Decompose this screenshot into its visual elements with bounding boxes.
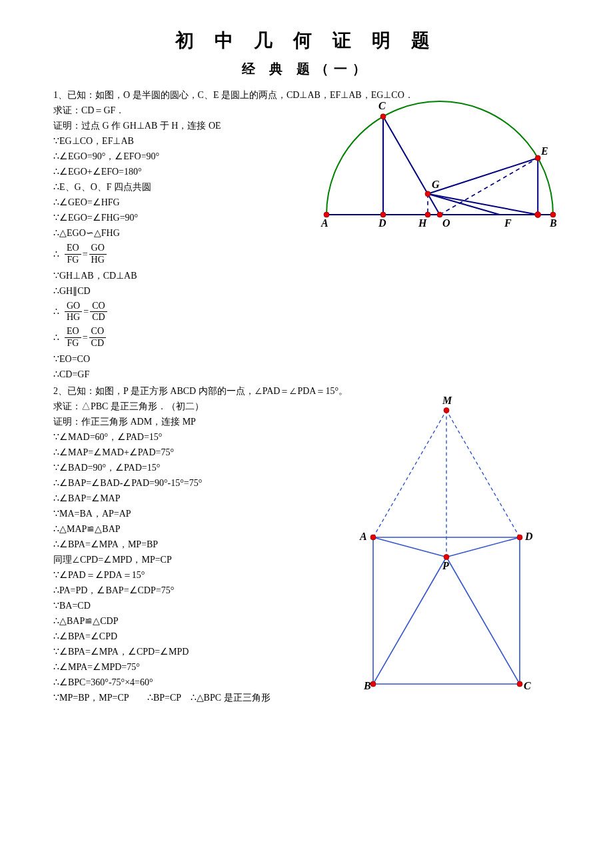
label-D: D	[524, 531, 533, 542]
svg-point-15	[437, 212, 442, 217]
p1-step: ∴GH∥CD	[53, 284, 560, 298]
svg-point-11	[380, 114, 386, 119]
frac-den: HG	[65, 312, 82, 323]
svg-point-16	[425, 191, 430, 197]
therefore-symbol: ∴	[53, 331, 59, 345]
svg-line-24	[446, 410, 520, 537]
therefore-symbol: ∴	[53, 247, 59, 261]
svg-point-29	[517, 681, 522, 687]
problem-2: A D B C P M 2、已知：如图，P 是正方形 ABCD 内部的一点，∠P…	[53, 384, 560, 705]
label-C: C	[378, 100, 386, 111]
svg-point-13	[535, 155, 540, 161]
svg-line-4	[428, 158, 538, 194]
frac-den: FG	[65, 338, 81, 349]
label-B: B	[549, 217, 557, 229]
p1-step: ∵GH⊥AB，CD⊥AB	[53, 269, 560, 283]
svg-point-14	[535, 212, 541, 218]
svg-point-28	[370, 681, 376, 687]
svg-line-8	[428, 194, 538, 215]
svg-line-23	[373, 410, 446, 537]
frac-num: EO	[65, 243, 81, 255]
p1-frac1: ∴ EOFG = GOHG	[53, 243, 560, 266]
frac-num: CO	[90, 301, 107, 313]
frac-den: HG	[89, 255, 107, 266]
equals: =	[83, 305, 89, 319]
p1-step: ∴CD=GF	[53, 367, 560, 381]
svg-point-12	[380, 212, 386, 217]
problem-1: A B C D E F G H O 1、已知：如图，O 是半圆的圆心，C、E 是…	[53, 88, 560, 381]
svg-line-3	[383, 117, 440, 215]
label-P: P	[442, 560, 449, 571]
frac-num: GO	[65, 301, 82, 313]
frac-den: CD	[89, 338, 106, 349]
svg-line-6	[440, 158, 538, 215]
label-D: D	[378, 217, 386, 229]
equals: =	[83, 331, 88, 345]
svg-point-31	[444, 407, 449, 413]
label-H: H	[418, 217, 427, 229]
frac-num: CO	[89, 326, 106, 338]
svg-point-26	[370, 535, 376, 540]
figure-square: A D B C P M	[346, 384, 546, 695]
svg-line-21	[373, 557, 446, 684]
svg-point-10	[550, 212, 556, 217]
page-title: 初 中 几 何 证 明 题	[53, 27, 560, 55]
svg-line-22	[446, 557, 520, 684]
label-E: E	[540, 145, 548, 157]
p1-frac3: ∴ EOFG = COCD	[53, 326, 560, 349]
label-O: O	[442, 217, 450, 229]
svg-line-19	[373, 537, 446, 557]
equals: =	[83, 247, 88, 261]
label-A: A	[320, 217, 328, 229]
page-subtitle: 经 典 题（一）	[53, 59, 560, 79]
svg-point-30	[444, 554, 449, 559]
frac-num: GO	[89, 243, 107, 255]
svg-line-20	[446, 537, 520, 557]
figure-semicircle: A B C D E F G H O	[306, 88, 573, 245]
therefore-symbol: ∴	[53, 305, 59, 319]
frac-num: EO	[65, 326, 81, 338]
frac-den: FG	[65, 255, 81, 266]
label-F: F	[504, 217, 512, 229]
p1-frac2: ∴ GOHG = COCD	[53, 301, 560, 324]
p1-step: ∵EO=CO	[53, 352, 560, 366]
svg-point-17	[425, 212, 430, 217]
label-M: M	[442, 395, 452, 406]
svg-point-9	[324, 212, 329, 217]
label-G: G	[432, 179, 440, 190]
svg-point-27	[517, 535, 522, 540]
label-C: C	[524, 680, 531, 691]
label-B: B	[363, 680, 371, 691]
frac-den: CD	[90, 312, 107, 323]
label-A: A	[359, 531, 367, 542]
